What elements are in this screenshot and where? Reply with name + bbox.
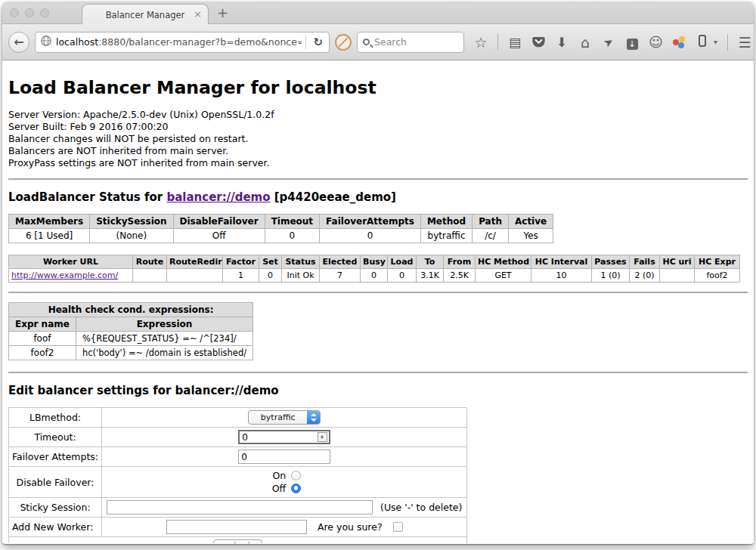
submit-button[interactable]: Submit [213, 539, 262, 543]
search-bar[interactable]: Search [357, 32, 464, 53]
cell-fails: 2 (0) [630, 269, 660, 283]
number-spinner-icon[interactable] [318, 432, 327, 442]
cell-factor: 1 [223, 269, 259, 283]
url-bar[interactable]: localhost:8880/balancer-manager?b=demo&n… [35, 32, 330, 53]
edit-balancer-form: LBmethod: bytraffic Timeout: [8, 407, 467, 543]
device-sync-icon[interactable] [696, 35, 709, 50]
cell-passes: 1 (0) [592, 269, 630, 283]
table-header-row: MaxMembers StickySession DisableFailover… [9, 215, 553, 229]
form-row-submit: Submit [9, 537, 467, 544]
chevron-down-icon[interactable]: ▾ [714, 38, 717, 46]
select-stepper-icon [307, 411, 320, 424]
cell-hc-expr: foof2 [695, 269, 740, 283]
url-domain: localhost [56, 36, 98, 48]
col-load: Load [388, 255, 417, 269]
reading-list-icon[interactable]: ▤ [508, 35, 522, 50]
form-row-add-worker: Add New Worker: Are you sure? [9, 518, 467, 537]
col-hc-method: HC Method [476, 255, 531, 269]
add-worker-input[interactable] [166, 520, 307, 534]
table-row: http://www.example.com/ 1 0 Init Ok 7 0 … [9, 269, 740, 283]
send-tab-icon[interactable]: ➤ [599, 32, 618, 51]
reload-icon[interactable]: ↻ [310, 36, 326, 49]
sticky-session-label: Sticky Session: [9, 498, 102, 518]
add-worker-label: Add New Worker: [9, 518, 102, 537]
cell-busy: 0 [361, 269, 388, 283]
col-disablefailover: DisableFailover [173, 215, 265, 229]
radio-off-label: Off [268, 482, 286, 495]
cell-hc-method: GET [476, 269, 531, 283]
worker-url-link[interactable]: http://www.example.com/ [11, 270, 118, 280]
cell-timeout: 0 [265, 229, 319, 243]
zoom-window-button[interactable] [40, 8, 49, 17]
table-header-row: Expr name Expression [9, 317, 253, 332]
col-hc-expr: HC Expr [695, 255, 740, 269]
bookmark-star-icon[interactable]: ☆ [474, 35, 488, 50]
cell-from: 2.5K [444, 269, 476, 283]
are-you-sure-label: Are you sure? [318, 521, 383, 533]
sticky-session-hint: (Use '-' to delete) [380, 502, 462, 513]
cell-elected: 7 [320, 269, 361, 283]
status-heading-prefix: LoadBalancer Status for [8, 190, 166, 204]
balancer-summary-table: MaxMembers StickySession DisableFailover… [8, 214, 553, 243]
col-worker-url: Worker URL [9, 255, 133, 269]
cell-failoverattempts: 0 [320, 229, 421, 243]
url-path: :8880/balancer-manager?b=demo&nonce=decc… [98, 36, 302, 48]
col-fails: Fails [630, 255, 660, 269]
close-tab-icon[interactable]: × [194, 8, 202, 20]
lbmethod-select[interactable]: bytraffic [248, 410, 321, 425]
cell-maxmembers: 6 [1 Used] [9, 229, 90, 243]
search-icon [363, 39, 370, 45]
cell-to: 3.1K [417, 269, 444, 283]
menu-hamburger-icon[interactable]: ☰ [738, 35, 751, 50]
cell-active: Yes [508, 229, 553, 243]
extension-download-icon[interactable]: ↓ [625, 35, 639, 50]
col-path: Path [472, 215, 509, 229]
disable-failover-on-radio[interactable] [291, 471, 301, 480]
cell-set: 0 [259, 269, 282, 283]
cell-expression: %{REQUEST_STATUS} =~ /^[234]/ [76, 332, 253, 346]
minimize-window-button[interactable] [25, 8, 34, 17]
failover-attempts-label: Failover Attempts: [9, 447, 102, 467]
sticky-session-input[interactable] [107, 500, 373, 514]
are-you-sure-checkbox[interactable] [393, 522, 403, 532]
col-expression: Expression [76, 317, 253, 332]
timeout-input[interactable] [238, 430, 330, 444]
col-busy: Busy [361, 255, 388, 269]
col-passes: Passes [592, 255, 630, 269]
col-hc-interval: HC Interval [531, 255, 592, 269]
col-status: Status [282, 255, 320, 269]
cell-hc-uri [660, 269, 695, 283]
hc-table-title: Health check cond. expressions: [9, 303, 253, 317]
urlbar-divider [305, 36, 306, 49]
downloads-icon[interactable]: ⬇ [555, 35, 569, 50]
toolbar-divider [727, 34, 728, 51]
new-tab-button[interactable]: + [217, 5, 228, 21]
close-window-button[interactable] [10, 8, 19, 17]
failover-attempts-input[interactable] [238, 450, 330, 464]
col-active: Active [508, 215, 553, 229]
navigation-toolbar: ← localhost:8880/balancer-manager?b=demo… [2, 24, 754, 60]
toolbar-divider [497, 34, 498, 51]
browser-window: Balancer Manager × + ← localhost:8880/ba… [2, 2, 754, 544]
cell-status: Init Ok [282, 269, 320, 283]
divider [8, 178, 748, 180]
tab-balancer-manager[interactable]: Balancer Manager × [82, 4, 209, 25]
form-row-timeout: Timeout: [9, 428, 467, 447]
proxypass-note: ProxyPass settings are NOT inherited fro… [8, 157, 748, 169]
home-icon[interactable]: ⌂ [578, 35, 592, 50]
server-version: Server Version: Apache/2.5.0-dev (Unix) … [8, 109, 748, 121]
disable-failover-off-radio[interactable] [291, 484, 301, 493]
back-button[interactable]: ← [8, 32, 29, 53]
pocket-icon[interactable] [531, 36, 545, 48]
blocked-content-icon[interactable] [335, 34, 352, 51]
cell-path: /c/ [472, 229, 509, 243]
lbmethod-label: LBmethod: [9, 408, 102, 428]
col-method: Method [420, 215, 472, 229]
colored-dots-extension-icon[interactable] [672, 36, 686, 49]
page-content: Load Balancer Manager for localhost Serv… [2, 60, 754, 543]
feedback-smiley-icon[interactable]: ☺ [649, 35, 662, 50]
table-title-row: Health check cond. expressions: [9, 303, 253, 317]
balancer-demo-link[interactable]: balancer://demo [166, 190, 270, 204]
url-text[interactable]: localhost:8880/balancer-manager?b=demo&n… [56, 36, 302, 48]
col-stickysession: StickySession [90, 215, 173, 229]
